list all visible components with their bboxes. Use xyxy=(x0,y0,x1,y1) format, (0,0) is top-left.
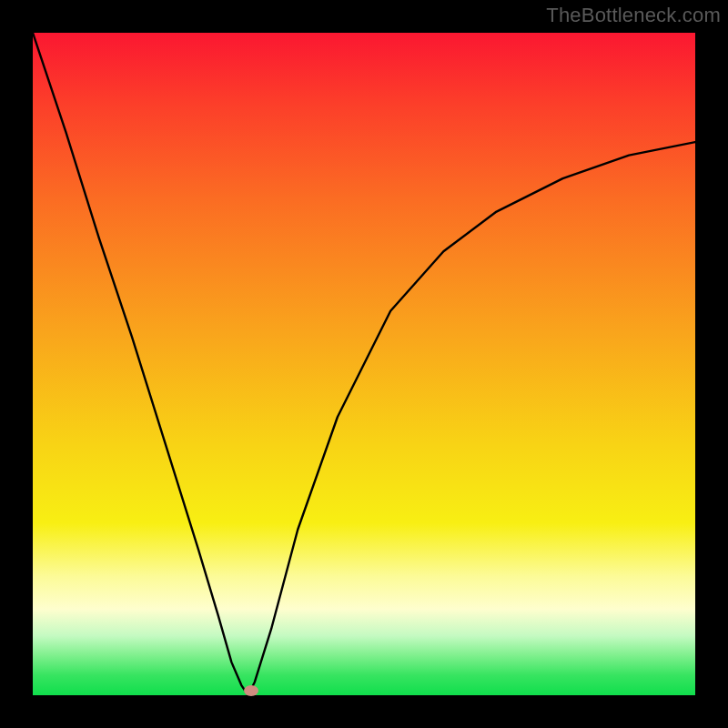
plot-outer xyxy=(29,29,699,699)
plot-area xyxy=(33,33,695,695)
chart-frame: TheBottleneck.com xyxy=(0,0,728,728)
optimal-point-marker xyxy=(244,685,258,696)
watermark-label: TheBottleneck.com xyxy=(546,4,721,27)
bottleneck-curve xyxy=(33,33,695,695)
